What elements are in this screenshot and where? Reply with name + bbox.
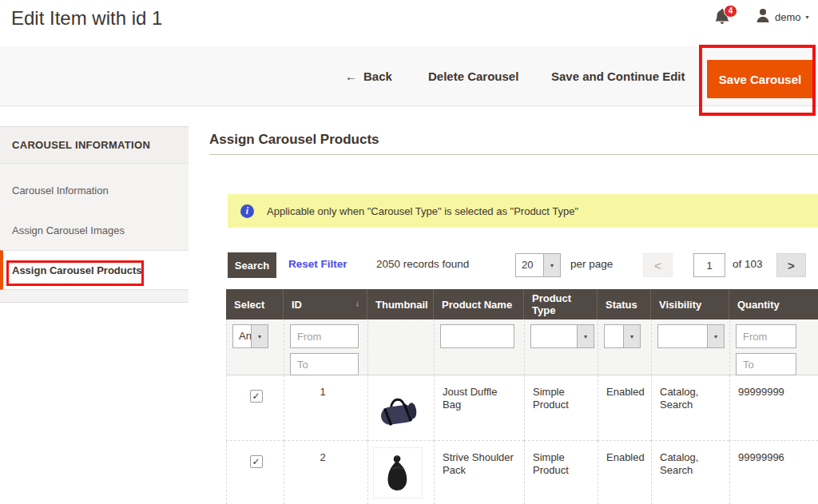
column-header-product-name[interactable]: Product Name [434, 289, 524, 319]
cell-thumbnail [367, 441, 434, 504]
column-header-quantity[interactable]: Quantity [729, 289, 818, 319]
save-and-continue-button[interactable]: Save and Continue Edit [551, 69, 685, 83]
column-header-id[interactable]: ID ↓ [284, 289, 367, 319]
save-carousel-button[interactable]: Save Carousel [707, 60, 813, 98]
section-heading: Assign Carousel Products [209, 132, 379, 148]
column-header-thumbnail[interactable]: Thumbnail [367, 289, 434, 319]
user-icon [756, 8, 770, 26]
page-title: Edit Item with id 1 [11, 7, 162, 30]
search-button[interactable]: Search [228, 252, 276, 278]
product-name-filter-input[interactable] [440, 324, 514, 348]
grid-header-row: Select ID ↓ Thumbnail Product Name Produ… [226, 289, 818, 319]
notification-count-badge: 4 [724, 5, 737, 18]
notifications-button[interactable]: 4 [714, 8, 738, 29]
sidebar-item-assign-carousel-products[interactable]: Assign Carousel Products [0, 250, 189, 290]
magento-admin-page: Edit Item with id 1 4 demo ▾ ←Back Delet… [0, 0, 818, 504]
id-from-input[interactable] [290, 324, 359, 348]
grid-filter-row: Any ▾ ▾ ▾ [226, 319, 818, 375]
reset-filter-link[interactable]: Reset Filter [288, 258, 347, 270]
bell-icon [714, 16, 730, 28]
sort-descending-icon: ↓ [355, 298, 360, 308]
duffle-bag-image [373, 382, 423, 433]
records-found-text: 2050 records found [376, 258, 469, 270]
cell-status: Enabled [598, 441, 651, 504]
row-checkbox[interactable]: ✓ [250, 455, 263, 468]
cell-product-name: Strive Shoulder Pack [434, 441, 524, 504]
cell-visibility: Catalog, Search [651, 441, 729, 504]
per-page-value: 20 [516, 254, 543, 276]
shoulder-pack-image [373, 447, 423, 498]
column-header-status[interactable]: Status [598, 289, 651, 319]
column-header-visibility[interactable]: Visibility [651, 289, 729, 319]
status-filter-dropdown[interactable]: ▾ [604, 324, 641, 348]
action-bar [0, 46, 818, 106]
chevron-down-icon: ▾ [714, 333, 717, 340]
id-to-input[interactable] [290, 353, 359, 375]
chevron-down-icon: ▾ [258, 333, 261, 340]
per-page-label: per page [570, 258, 613, 270]
chevron-down-icon: ▾ [584, 333, 587, 340]
sidebar-header: CAROUSEL INFORMATION [0, 127, 189, 164]
cell-visibility: Catalog, Search [651, 375, 729, 441]
chevron-down-icon: ▾ [806, 14, 809, 21]
notice-text: Applicable only when "Carousel Type" is … [267, 205, 578, 217]
visibility-filter-dropdown[interactable]: ▾ [657, 324, 725, 348]
row-checkbox[interactable]: ✓ [250, 390, 263, 403]
next-page-button[interactable]: > [776, 253, 806, 277]
table-row: ✓ 1 Joust Duffle Bag Simple Product Enab… [226, 375, 818, 441]
user-menu[interactable]: demo ▾ [756, 8, 809, 26]
cell-id: 1 [284, 375, 367, 441]
sidebar-item-assign-carousel-images[interactable]: Assign Carousel Images [0, 210, 189, 250]
column-header-product-type[interactable]: Product Type [524, 289, 598, 319]
info-icon: i [240, 204, 254, 218]
cell-status: Enabled [598, 375, 651, 441]
back-arrow-icon: ← [345, 69, 357, 83]
select-filter-dropdown[interactable]: Any ▾ [232, 324, 268, 348]
table-row: ✓ 2 Strive Shoulder Pack Simple Product … [226, 441, 818, 504]
delete-carousel-button[interactable]: Delete Carousel [428, 69, 518, 83]
back-button[interactable]: ←Back [345, 69, 392, 83]
info-notice: i Applicable only when "Carousel Type" i… [228, 194, 818, 228]
page-total-label: of 103 [733, 258, 763, 270]
cell-quantity: 99999996 [729, 441, 818, 504]
cell-product-name: Joust Duffle Bag [434, 375, 524, 441]
sidebar: CAROUSEL INFORMATION Carousel Informatio… [0, 126, 189, 303]
chevron-down-icon: ▾ [550, 262, 554, 269]
cell-quantity: 99999999 [729, 375, 818, 441]
cell-product-type: Simple Product [524, 441, 598, 504]
per-page-select[interactable]: 20 ▾ [515, 253, 561, 277]
previous-page-button[interactable]: < [643, 253, 673, 277]
select-filter-value: Any [233, 325, 251, 347]
product-type-filter-dropdown[interactable]: ▾ [530, 324, 594, 348]
products-grid: Select ID ↓ Thumbnail Product Name Produ… [226, 289, 818, 504]
chevron-down-icon: ▾ [630, 333, 633, 340]
quantity-from-input[interactable] [736, 324, 796, 348]
column-header-select[interactable]: Select [226, 289, 284, 319]
user-name: demo [775, 11, 801, 23]
page-number-input[interactable] [693, 253, 725, 277]
cell-product-type: Simple Product [524, 375, 598, 441]
heading-divider [209, 154, 818, 155]
sidebar-item-carousel-information[interactable]: Carousel Information [0, 170, 189, 210]
quantity-to-input[interactable] [736, 353, 796, 375]
cell-thumbnail [367, 375, 434, 441]
cell-id: 2 [284, 441, 367, 504]
